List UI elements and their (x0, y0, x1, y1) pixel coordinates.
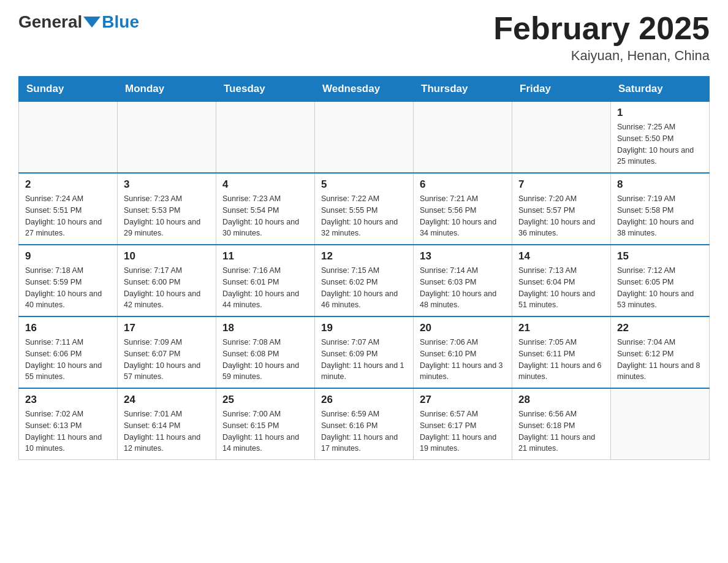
day-number: 15 (617, 250, 703, 262)
calendar-cell: 19Sunrise: 7:07 AM Sunset: 6:09 PM Dayli… (315, 316, 414, 388)
day-number: 28 (518, 394, 604, 406)
day-number: 19 (321, 322, 407, 334)
calendar-cell (118, 102, 216, 174)
day-info: Sunrise: 7:21 AM Sunset: 5:56 PM Dayligh… (420, 193, 506, 239)
day-info: Sunrise: 7:11 AM Sunset: 6:06 PM Dayligh… (25, 337, 111, 383)
day-info: Sunrise: 7:16 AM Sunset: 6:01 PM Dayligh… (222, 265, 308, 311)
logo-blue-text: Blue (102, 12, 139, 32)
day-number: 5 (321, 178, 407, 191)
logo-general-text: General (18, 12, 82, 32)
day-info: Sunrise: 7:25 AM Sunset: 5:50 PM Dayligh… (617, 121, 703, 167)
calendar-cell: 18Sunrise: 7:08 AM Sunset: 6:08 PM Dayli… (216, 316, 315, 388)
calendar-header-row: SundayMondayTuesdayWednesdayThursdayFrid… (19, 77, 710, 102)
day-info: Sunrise: 7:12 AM Sunset: 6:05 PM Dayligh… (617, 265, 703, 311)
calendar-week-row: 1Sunrise: 7:25 AM Sunset: 5:50 PM Daylig… (19, 102, 710, 174)
day-info: Sunrise: 7:09 AM Sunset: 6:07 PM Dayligh… (124, 337, 210, 383)
day-number: 20 (420, 322, 506, 334)
calendar-cell (19, 102, 118, 174)
calendar-cell: 3Sunrise: 7:23 AM Sunset: 5:53 PM Daylig… (118, 173, 216, 245)
calendar-cell: 11Sunrise: 7:16 AM Sunset: 6:01 PM Dayli… (216, 245, 315, 316)
day-number: 7 (518, 178, 604, 191)
day-number: 1 (617, 107, 703, 119)
calendar-cell: 13Sunrise: 7:14 AM Sunset: 6:03 PM Dayli… (414, 245, 512, 316)
day-info: Sunrise: 7:02 AM Sunset: 6:13 PM Dayligh… (25, 408, 111, 454)
logo: General Blue (18, 12, 139, 32)
day-info: Sunrise: 7:23 AM Sunset: 5:53 PM Dayligh… (124, 193, 210, 239)
calendar-cell (315, 102, 414, 174)
calendar-week-row: 23Sunrise: 7:02 AM Sunset: 6:13 PM Dayli… (19, 388, 710, 460)
day-number: 24 (124, 394, 210, 406)
calendar-cell: 23Sunrise: 7:02 AM Sunset: 6:13 PM Dayli… (19, 388, 118, 460)
calendar-cell: 20Sunrise: 7:06 AM Sunset: 6:10 PM Dayli… (414, 316, 512, 388)
day-info: Sunrise: 7:23 AM Sunset: 5:54 PM Dayligh… (222, 193, 308, 239)
day-info: Sunrise: 7:06 AM Sunset: 6:10 PM Dayligh… (420, 337, 506, 383)
calendar-cell: 5Sunrise: 7:22 AM Sunset: 5:55 PM Daylig… (315, 173, 414, 245)
day-number: 22 (617, 322, 703, 334)
calendar-week-row: 16Sunrise: 7:11 AM Sunset: 6:06 PM Dayli… (19, 316, 710, 388)
title-section: February 2025 Kaiyuan, Henan, China (493, 12, 710, 64)
day-number: 12 (321, 250, 407, 262)
logo-arrow-icon (83, 17, 100, 28)
day-number: 11 (222, 250, 308, 262)
day-info: Sunrise: 7:22 AM Sunset: 5:55 PM Dayligh… (321, 193, 407, 239)
calendar-cell (611, 388, 710, 460)
day-number: 18 (222, 322, 308, 334)
calendar-cell: 28Sunrise: 6:56 AM Sunset: 6:18 PM Dayli… (512, 388, 611, 460)
day-number: 4 (222, 178, 308, 191)
day-number: 23 (25, 394, 111, 406)
day-number: 10 (124, 250, 210, 262)
day-number: 2 (25, 178, 111, 191)
day-info: Sunrise: 7:01 AM Sunset: 6:14 PM Dayligh… (124, 408, 210, 454)
day-info: Sunrise: 7:04 AM Sunset: 6:12 PM Dayligh… (617, 337, 703, 383)
day-info: Sunrise: 7:13 AM Sunset: 6:04 PM Dayligh… (518, 265, 604, 311)
day-info: Sunrise: 7:00 AM Sunset: 6:15 PM Dayligh… (222, 408, 308, 454)
calendar-cell: 9Sunrise: 7:18 AM Sunset: 5:59 PM Daylig… (19, 245, 118, 316)
calendar-cell (216, 102, 315, 174)
calendar-cell (512, 102, 611, 174)
calendar-cell: 25Sunrise: 7:00 AM Sunset: 6:15 PM Dayli… (216, 388, 315, 460)
calendar-cell: 15Sunrise: 7:12 AM Sunset: 6:05 PM Dayli… (611, 245, 710, 316)
day-info: Sunrise: 7:19 AM Sunset: 5:58 PM Dayligh… (617, 193, 703, 239)
day-number: 8 (617, 178, 703, 191)
calendar-cell: 2Sunrise: 7:24 AM Sunset: 5:51 PM Daylig… (19, 173, 118, 245)
day-number: 13 (420, 250, 506, 262)
day-info: Sunrise: 6:59 AM Sunset: 6:16 PM Dayligh… (321, 408, 407, 454)
day-of-week-header: Monday (118, 77, 216, 102)
calendar-week-row: 2Sunrise: 7:24 AM Sunset: 5:51 PM Daylig… (19, 173, 710, 245)
calendar-cell: 21Sunrise: 7:05 AM Sunset: 6:11 PM Dayli… (512, 316, 611, 388)
day-info: Sunrise: 7:05 AM Sunset: 6:11 PM Dayligh… (518, 337, 604, 383)
day-info: Sunrise: 7:07 AM Sunset: 6:09 PM Dayligh… (321, 337, 407, 383)
day-number: 6 (420, 178, 506, 191)
day-info: Sunrise: 6:57 AM Sunset: 6:17 PM Dayligh… (420, 408, 506, 454)
calendar-cell: 22Sunrise: 7:04 AM Sunset: 6:12 PM Dayli… (611, 316, 710, 388)
day-of-week-header: Wednesday (315, 77, 414, 102)
day-of-week-header: Tuesday (216, 77, 315, 102)
calendar: SundayMondayTuesdayWednesdayThursdayFrid… (18, 76, 710, 460)
day-number: 3 (124, 178, 210, 191)
day-of-week-header: Friday (512, 77, 611, 102)
calendar-cell: 16Sunrise: 7:11 AM Sunset: 6:06 PM Dayli… (19, 316, 118, 388)
calendar-cell: 27Sunrise: 6:57 AM Sunset: 6:17 PM Dayli… (414, 388, 512, 460)
calendar-cell: 10Sunrise: 7:17 AM Sunset: 6:00 PM Dayli… (118, 245, 216, 316)
day-info: Sunrise: 7:08 AM Sunset: 6:08 PM Dayligh… (222, 337, 308, 383)
calendar-cell: 8Sunrise: 7:19 AM Sunset: 5:58 PM Daylig… (611, 173, 710, 245)
calendar-cell: 7Sunrise: 7:20 AM Sunset: 5:57 PM Daylig… (512, 173, 611, 245)
location: Kaiyuan, Henan, China (493, 48, 710, 64)
calendar-cell: 17Sunrise: 7:09 AM Sunset: 6:07 PM Dayli… (118, 316, 216, 388)
calendar-week-row: 9Sunrise: 7:18 AM Sunset: 5:59 PM Daylig… (19, 245, 710, 316)
day-number: 21 (518, 322, 604, 334)
calendar-cell: 6Sunrise: 7:21 AM Sunset: 5:56 PM Daylig… (414, 173, 512, 245)
calendar-cell: 4Sunrise: 7:23 AM Sunset: 5:54 PM Daylig… (216, 173, 315, 245)
month-title: February 2025 (493, 12, 710, 44)
calendar-cell: 1Sunrise: 7:25 AM Sunset: 5:50 PM Daylig… (611, 102, 710, 174)
day-of-week-header: Saturday (611, 77, 710, 102)
day-info: Sunrise: 7:15 AM Sunset: 6:02 PM Dayligh… (321, 265, 407, 311)
day-number: 25 (222, 394, 308, 406)
day-number: 27 (420, 394, 506, 406)
day-of-week-header: Sunday (19, 77, 118, 102)
page-header: General Blue February 2025 Kaiyuan, Hena… (18, 12, 710, 64)
calendar-cell: 14Sunrise: 7:13 AM Sunset: 6:04 PM Dayli… (512, 245, 611, 316)
day-info: Sunrise: 7:20 AM Sunset: 5:57 PM Dayligh… (518, 193, 604, 239)
day-info: Sunrise: 7:17 AM Sunset: 6:00 PM Dayligh… (124, 265, 210, 311)
calendar-cell: 24Sunrise: 7:01 AM Sunset: 6:14 PM Dayli… (118, 388, 216, 460)
